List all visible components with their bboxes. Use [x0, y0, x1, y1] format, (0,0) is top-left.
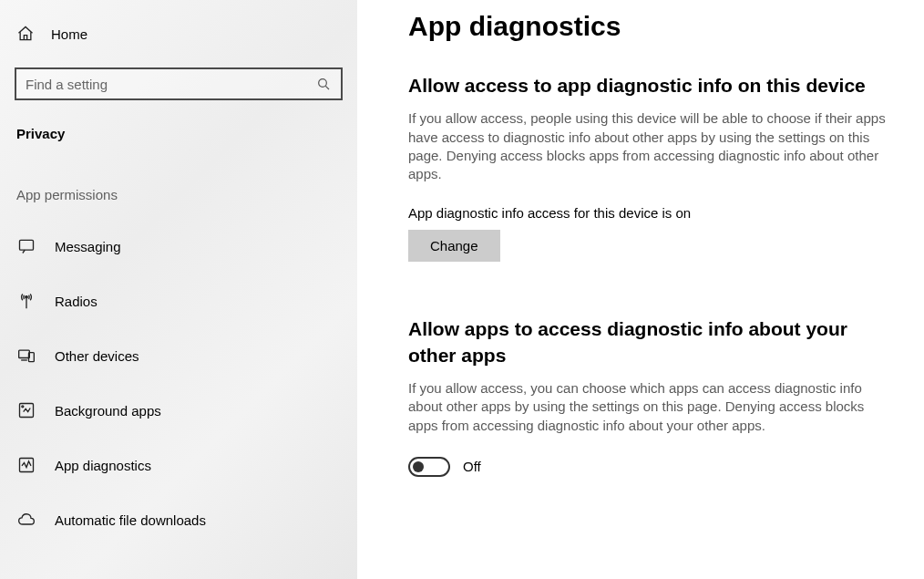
allow-apps-toggle[interactable]: [408, 457, 450, 477]
svg-point-4: [26, 296, 28, 299]
other-devices-icon: [16, 346, 36, 366]
svg-rect-5: [19, 350, 30, 357]
sidebar-item-label: Messaging: [55, 239, 121, 254]
sidebar-item-label: Background apps: [55, 403, 161, 419]
section1-title: Allow access to app diagnostic info on t…: [408, 73, 888, 98]
sidebar-item-app-diagnostics[interactable]: App diagnostics: [0, 438, 357, 492]
messaging-icon: [16, 236, 36, 256]
home-icon: [16, 25, 35, 43]
sidebar-nav-list: Messaging Radios: [0, 219, 357, 547]
sidebar-item-label: Other devices: [55, 348, 139, 364]
svg-line-1: [325, 86, 329, 89]
radios-icon: [16, 291, 36, 311]
svg-point-9: [22, 406, 24, 408]
sidebar-item-label: Automatic file downloads: [55, 512, 206, 528]
toggle-knob: [413, 461, 424, 472]
svg-rect-2: [20, 240, 34, 250]
sidebar-section-label: App permissions: [0, 187, 357, 202]
sidebar-item-messaging[interactable]: Messaging: [0, 219, 357, 274]
search-icon: [315, 76, 332, 92]
settings-sidebar: Home Privacy App permissions Messaging: [0, 0, 357, 579]
sidebar-item-background-apps[interactable]: Background apps: [0, 383, 357, 438]
svg-point-0: [319, 79, 327, 88]
sidebar-item-label: Radios: [55, 294, 98, 309]
home-link[interactable]: Home: [0, 16, 357, 51]
sidebar-item-radios[interactable]: Radios: [0, 274, 357, 328]
toggle-label: Off: [463, 459, 481, 474]
change-button[interactable]: Change: [408, 230, 500, 262]
background-apps-icon: [16, 400, 36, 420]
main-content: App diagnostics Allow access to app diag…: [357, 0, 924, 579]
section1-desc: If you allow access, people using this d…: [408, 109, 888, 183]
app-diagnostics-icon: [16, 455, 36, 475]
sidebar-item-label: App diagnostics: [55, 458, 151, 473]
settings-category: Privacy: [0, 100, 357, 141]
sidebar-item-automatic-file-downloads[interactable]: Automatic file downloads: [0, 492, 357, 547]
section2-toggle-row: Off: [408, 457, 888, 477]
sidebar-item-other-devices[interactable]: Other devices: [0, 328, 357, 383]
search-box[interactable]: [15, 67, 343, 100]
cloud-download-icon: [16, 510, 36, 530]
section1-status: App diagnostic info access for this devi…: [408, 205, 888, 221]
search-input[interactable]: [26, 77, 315, 92]
home-label: Home: [51, 26, 87, 42]
section2-desc: If you allow access, you can choose whic…: [408, 379, 888, 435]
page-title: App diagnostics: [408, 11, 888, 42]
section2-title: Allow apps to access diagnostic info abo…: [408, 316, 888, 368]
